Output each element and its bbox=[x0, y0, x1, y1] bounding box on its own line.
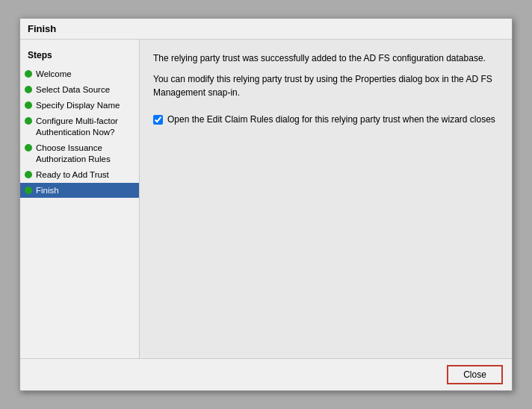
step-dot-icon bbox=[25, 144, 32, 152]
sidebar-step-item: Configure Multi-factor Authentication No… bbox=[20, 113, 139, 140]
sidebar-step-item: Welcome bbox=[20, 66, 139, 82]
sidebar-step-item: Ready to Add Trust bbox=[20, 167, 139, 183]
sidebar-step-item: Specify Display Name bbox=[20, 98, 139, 113]
edit-claim-rules-label: Open the Edit Claim Rules dialog for thi… bbox=[167, 114, 495, 125]
dialog-body: Steps WelcomeSelect Data SourceSpecify D… bbox=[20, 40, 512, 358]
sidebar-step-item: Finish bbox=[20, 183, 139, 199]
step-label: Welcome bbox=[36, 69, 72, 80]
step-dot-icon bbox=[25, 70, 32, 78]
dialog-title: Finish bbox=[20, 19, 512, 40]
success-line1: The relying party trust was successfully… bbox=[153, 51, 498, 65]
step-label: Select Data Source bbox=[36, 84, 110, 96]
step-label: Finish bbox=[36, 185, 59, 196]
step-dot-icon bbox=[25, 187, 32, 194]
step-dot-icon bbox=[25, 102, 32, 109]
step-label: Specify Display Name bbox=[36, 100, 120, 111]
sidebar-step-item: Select Data Source bbox=[20, 82, 139, 98]
step-dot-icon bbox=[25, 86, 32, 93]
edit-claim-rules-row[interactable]: Open the Edit Claim Rules dialog for thi… bbox=[153, 114, 498, 125]
edit-claim-rules-checkbox[interactable] bbox=[153, 115, 163, 125]
sidebar-step-item: Choose Issuance Authorization Rules bbox=[20, 140, 139, 167]
step-label: Ready to Add Trust bbox=[36, 169, 109, 181]
success-line2: You can modify this relying party trust … bbox=[153, 72, 498, 99]
sidebar-heading: Steps bbox=[20, 47, 139, 66]
main-content: The relying party trust was successfully… bbox=[140, 40, 512, 358]
dialog-footer: Close bbox=[20, 358, 512, 390]
finish-dialog: Finish Steps WelcomeSelect Data SourceSp… bbox=[19, 18, 513, 391]
step-dot-icon bbox=[25, 171, 32, 178]
step-label: Choose Issuance Authorization Rules bbox=[36, 143, 133, 165]
close-button[interactable]: Close bbox=[447, 365, 503, 384]
step-dot-icon bbox=[25, 117, 32, 125]
sidebar: Steps WelcomeSelect Data SourceSpecify D… bbox=[20, 40, 140, 358]
step-label: Configure Multi-factor Authentication No… bbox=[36, 116, 133, 138]
